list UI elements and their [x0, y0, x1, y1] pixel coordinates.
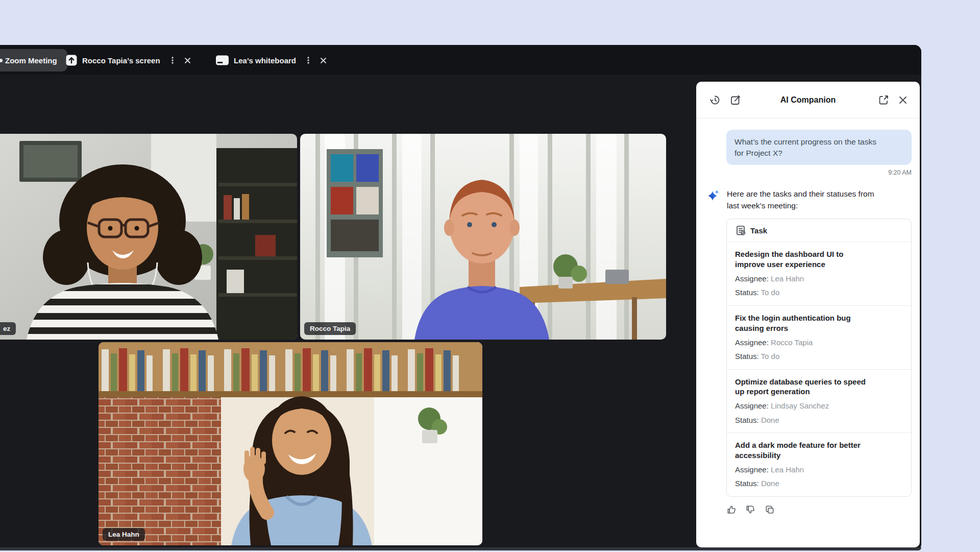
chat-thread: What’s the current progress on the tasks…: [696, 118, 920, 515]
task-card-header: Task: [727, 219, 911, 242]
video-tile-lea[interactable]: Lea Hahn: [99, 342, 482, 545]
ai-message: Here are the tasks and their statuses fr…: [706, 188, 912, 211]
history-icon[interactable]: [707, 92, 723, 108]
tab-label: Lea’s whiteboard: [234, 56, 296, 65]
task-assignee: Assignee: Lea Hahn: [735, 274, 903, 284]
task-assignee: Assignee: Rocco Tapia: [735, 338, 903, 348]
user-message-text: What’s the current progress on the tasks…: [734, 136, 885, 158]
task-assignee: Assignee: Lea Hahn: [735, 465, 903, 475]
tab-label: Rocco Tapia’s screen: [82, 56, 160, 65]
video-feed: [300, 134, 666, 340]
copy-icon[interactable]: [764, 504, 775, 515]
video-tile-lindsay[interactable]: ez: [0, 134, 297, 340]
tab-lea-whiteboard[interactable]: Lea’s whiteboard: [215, 49, 330, 71]
task-assignee: Assignee: Lindsay Sanchez: [735, 401, 903, 411]
participant-name-tag: Rocco Tapia: [304, 322, 356, 335]
task-status: Status: Done: [735, 478, 903, 489]
task-status: Status: To do: [735, 351, 903, 362]
pop-out-icon[interactable]: [876, 92, 891, 108]
screen-share-icon: [65, 54, 78, 66]
task-status: Status: Done: [735, 415, 903, 425]
participant-name-tag: ez: [0, 322, 16, 335]
close-panel-icon[interactable]: [895, 92, 911, 108]
meeting-indicator-icon: [0, 59, 3, 62]
thumbs-down-icon[interactable]: [745, 504, 756, 515]
task-title: Add a dark mode feature for better acces…: [735, 440, 869, 461]
video-tile-rocco[interactable]: Rocco Tapia: [300, 134, 666, 340]
task-title: Fix the login authentication bug causing…: [735, 313, 869, 333]
message-feedback: [726, 504, 912, 515]
task-card: Task Redesign the dashboard UI to improv…: [726, 219, 912, 496]
tab-bar: Zoom Meeting Rocco Tapia’s screen Lea’: [0, 45, 921, 75]
screen: Zoom Meeting Rocco Tapia’s screen Lea’: [0, 0, 980, 552]
task-title: Optimize database queries to speed up re…: [735, 377, 869, 397]
task-item: Add a dark mode feature for better acces…: [727, 433, 911, 496]
tab-more-icon[interactable]: [166, 54, 179, 67]
window-edge: [0, 547, 921, 550]
ai-companion-sparkle-icon: [706, 188, 720, 211]
tab-more-icon[interactable]: [302, 54, 315, 67]
whiteboard-icon: [215, 55, 229, 66]
task-item: Fix the login authentication bug causing…: [727, 306, 911, 370]
video-feed: [0, 134, 297, 340]
task-title: Redesign the dashboard UI to improve use…: [735, 249, 869, 270]
ai-companion-panel: AI Companion What’s the current progress: [696, 82, 920, 547]
tab-rocco-screen[interactable]: Rocco Tapia’s screen: [65, 49, 194, 71]
tab-label: Zoom Meeting: [5, 56, 57, 65]
task-card-title: Task: [750, 226, 767, 235]
task-item: Optimize database queries to speed up re…: [727, 370, 911, 434]
thumbs-up-icon[interactable]: [726, 504, 738, 515]
new-chat-icon[interactable]: [728, 92, 743, 108]
ai-message-text: Here are the tasks and their statuses fr…: [727, 188, 884, 211]
tab-close-icon[interactable]: [181, 54, 194, 67]
tab-close-icon[interactable]: [317, 54, 330, 67]
user-message-bubble: What’s the current progress on the tasks…: [726, 130, 912, 165]
participant-name-tag: Lea Hahn: [103, 528, 145, 541]
panel-header: AI Companion: [696, 82, 920, 118]
task-item: Redesign the dashboard UI to improve use…: [727, 242, 911, 306]
tab-zoom-meeting[interactable]: Zoom Meeting: [0, 49, 67, 71]
task-status: Status: To do: [735, 287, 903, 298]
video-feed: [99, 342, 482, 545]
task-list-icon: [735, 225, 746, 236]
message-timestamp: 9:20 AM: [706, 169, 912, 176]
